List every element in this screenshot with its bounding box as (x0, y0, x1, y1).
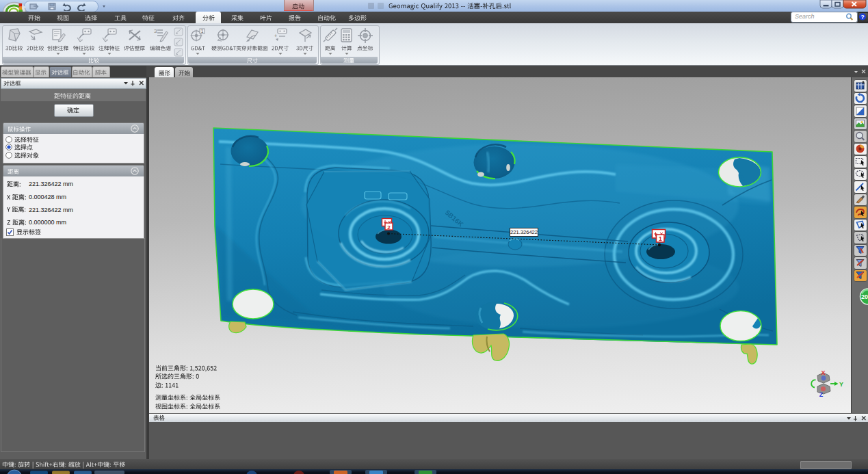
svg-text:Y: Y (839, 381, 843, 388)
svg-text:+: + (274, 34, 277, 38)
svg-text:2: 2 (387, 224, 391, 231)
svg-text:Z: Z (819, 391, 824, 398)
svg-text:20: 20 (861, 293, 868, 300)
svg-text:X: X (821, 369, 825, 376)
svg-text:1: 1 (659, 235, 662, 242)
svg-text:?: ? (860, 14, 864, 21)
svg-text:221.326422: 221.326422 (510, 229, 538, 235)
svg-text:1: 1 (201, 29, 204, 34)
svg-text:3: 3 (154, 28, 157, 34)
